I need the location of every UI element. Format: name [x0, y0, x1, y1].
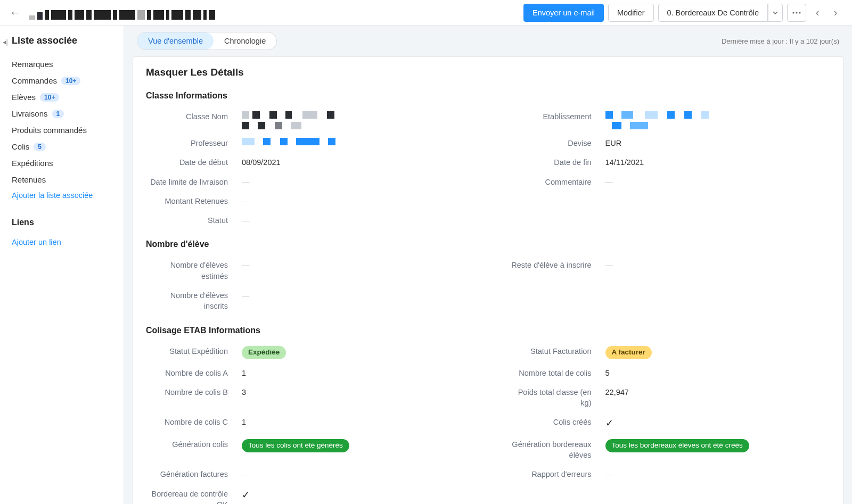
value-montant-retenues: —: [242, 196, 467, 206]
label-statut-facturation: Statut Facturation: [510, 346, 605, 357]
sidebar-collapse-icon[interactable]: ◂|: [2, 38, 9, 46]
section-classe-title: Classe Informations: [146, 91, 830, 101]
sidebar-heading: Liste associée: [12, 35, 117, 46]
tab-chronology[interactable]: Chronologie: [214, 32, 276, 49]
sidebar-item-label: Retenues: [12, 175, 46, 184]
card-title[interactable]: Masquer Les Détails: [146, 67, 830, 78]
sidebar-links-heading: Liens: [12, 218, 117, 227]
label-gen-factures: Génération factures: [146, 469, 242, 480]
sidebar-item-livraisons[interactable]: Livraisons1: [12, 105, 117, 122]
app-header: ← Envoyer un e-mail Modifier 0. Borderea…: [0, 0, 852, 26]
sidebar-item-retenues[interactable]: Retenues: [12, 171, 117, 188]
value-colis-crees: ✓: [605, 417, 831, 430]
label-date-fin: Date de fin: [510, 157, 605, 168]
value-colis-c: 1: [242, 417, 467, 427]
label-colis-c: Nombre de colis C: [146, 417, 242, 427]
value-date-debut: 08/09/2021: [242, 157, 467, 168]
label-statut: Statut: [146, 215, 242, 226]
sidebar: ◂| Liste associée Remarques Commandes10+…: [0, 26, 124, 504]
view-tabs: Vue d'ensemble Chronologie: [137, 32, 277, 50]
svg-point-2: [799, 12, 800, 13]
label-colis-total: Nombre total de colis: [510, 368, 605, 378]
label-date-limite: Date limite de livraison: [146, 177, 242, 187]
value-gen-bordereaux: Tous les bordereaux élèves ont été créés: [605, 439, 831, 452]
last-update-text: Dernière mise à jour : Il y a 102 jour(s…: [722, 37, 839, 45]
value-devise: EUR: [605, 138, 831, 148]
status-badge-gen-bord: Tous les bordereaux élèves ont été créés: [605, 439, 749, 452]
sidebar-item-produits[interactable]: Produits commandés: [12, 122, 117, 138]
label-gen-bordereaux: Génération bordereaux élèves: [510, 439, 605, 461]
value-commentaire: —: [605, 177, 831, 187]
label-bordereau-ok: Bordereau de contrôle OK: [146, 489, 242, 504]
prev-record-icon[interactable]: ‹: [810, 6, 824, 19]
value-eleves-inscrits: —: [242, 290, 467, 301]
label-professeur: Professeur: [146, 138, 242, 148]
value-rapport-erreurs: —: [605, 469, 831, 480]
bordereaux-split-button: 0. Bordereaux De Contrôle: [658, 4, 783, 22]
sidebar-item-expeditions[interactable]: Expéditions: [12, 155, 117, 171]
bordereaux-button[interactable]: 0. Bordereaux De Contrôle: [658, 4, 768, 22]
svg-point-1: [796, 12, 797, 13]
value-statut-expedition: Expédiée: [242, 346, 467, 359]
label-eleves-estimes: Nombre d'élèves estimés: [146, 260, 242, 282]
sidebar-badge: 5: [34, 143, 46, 151]
bordereaux-caret-icon[interactable]: [768, 4, 783, 22]
sidebar-item-remarques[interactable]: Remarques: [12, 56, 117, 72]
value-date-limite: —: [242, 177, 467, 187]
label-rapport-erreurs: Rapport d'erreurs: [510, 469, 605, 480]
modify-button[interactable]: Modifier: [608, 4, 654, 22]
value-reste-eleves: —: [605, 260, 831, 270]
add-link-link[interactable]: Ajouter un lien: [12, 235, 117, 250]
status-badge-afacturer: A facturer: [605, 346, 652, 359]
sidebar-item-label: Expéditions: [12, 159, 53, 168]
sidebar-item-label: Colis: [12, 142, 29, 151]
main-content: Vue d'ensemble Chronologie Dernière mise…: [124, 26, 852, 504]
section-eleve-title: Nombre d'élève: [146, 239, 830, 249]
label-reste-eleves: Reste d'élève à inscrire: [510, 260, 605, 270]
value-colis-b: 3: [242, 387, 467, 398]
sidebar-item-label: Produits commandés: [12, 126, 87, 135]
tab-overview[interactable]: Vue d'ensemble: [137, 32, 214, 49]
value-professeur[interactable]: [242, 138, 467, 145]
label-commentaire: Commentaire: [510, 177, 605, 187]
add-associated-list-link[interactable]: Ajouter la liste associée: [12, 188, 117, 203]
value-statut-facturation: A facturer: [605, 346, 831, 359]
section-colisage-title: Colisage ETAB Informations: [146, 326, 830, 335]
status-badge-gen-colis: Tous les colis ont été générés: [242, 439, 349, 452]
more-menu-icon[interactable]: [787, 4, 806, 22]
label-devise: Devise: [510, 138, 605, 148]
label-etablissement: Etablissement: [510, 111, 605, 122]
value-date-fin: 14/11/2021: [605, 157, 831, 168]
sidebar-item-commandes[interactable]: Commandes10+: [12, 72, 117, 89]
value-eleves-estimes: —: [242, 260, 467, 270]
next-record-icon[interactable]: ›: [829, 6, 842, 19]
label-colis-crees: Colis créés: [510, 417, 605, 427]
value-poids-total: 22,947: [605, 387, 831, 398]
sidebar-badge: 10+: [61, 77, 80, 85]
svg-point-0: [792, 12, 794, 13]
label-colis-b: Nombre de colis B: [146, 387, 242, 398]
sidebar-item-label: Commandes: [12, 76, 57, 85]
send-email-button[interactable]: Envoyer un e-mail: [523, 4, 604, 22]
value-statut: —: [242, 215, 467, 226]
sidebar-item-label: Elèves: [12, 93, 36, 102]
sidebar-item-colis[interactable]: Colis5: [12, 138, 117, 155]
sidebar-badge: 1: [52, 110, 64, 118]
sidebar-item-label: Livraisons: [12, 109, 48, 118]
value-gen-factures: —: [242, 469, 467, 480]
value-classe-nom: [242, 111, 467, 129]
page-title-redacted: [29, 6, 215, 20]
value-colis-total: 5: [605, 368, 831, 378]
label-date-debut: Date de début: [146, 157, 242, 168]
label-classe-nom: Classe Nom: [146, 111, 242, 122]
value-bordereau-ok: ✓: [242, 489, 467, 502]
value-etablissement[interactable]: [605, 111, 831, 129]
sidebar-item-eleves[interactable]: Elèves10+: [12, 89, 117, 105]
details-card: Masquer Les Détails Classe Informations …: [133, 56, 843, 504]
status-badge-expediee: Expédiée: [242, 346, 286, 359]
value-colis-a: 1: [242, 368, 467, 378]
label-poids-total: Poids total classe (en kg): [510, 387, 605, 409]
sidebar-badge: 10+: [40, 93, 59, 102]
back-arrow-icon[interactable]: ←: [10, 7, 21, 19]
sidebar-item-label: Remarques: [12, 60, 53, 69]
